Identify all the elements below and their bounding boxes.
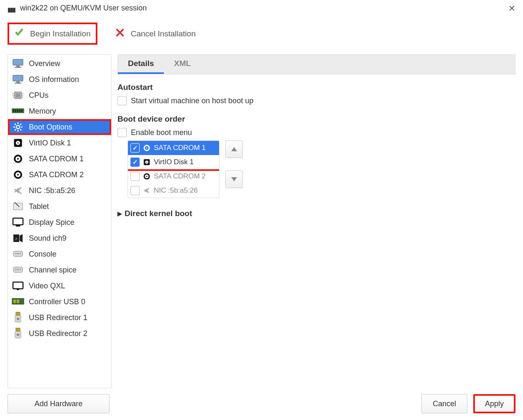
autostart-checkbox[interactable] <box>117 96 127 105</box>
sidebar-item-cpus[interactable]: CPUs <box>8 87 111 103</box>
enable-boot-menu-checkbox[interactable] <box>117 128 127 137</box>
svg-rect-19 <box>21 109 23 112</box>
begin-installation-label: Begin Installation <box>30 29 91 38</box>
check-icon <box>14 28 24 40</box>
boot-device-label: NIC :5b:a5:26 <box>154 186 198 195</box>
ram-icon <box>11 105 25 117</box>
nic-icon <box>143 186 151 195</box>
enable-boot-menu-row[interactable]: Enable boot menu <box>117 128 515 137</box>
svg-line-27 <box>15 129 16 130</box>
svg-rect-51 <box>17 289 19 290</box>
apply-button[interactable]: Apply <box>473 394 515 413</box>
sidebar-item-overview[interactable]: Overview <box>8 56 111 71</box>
boot-device-checkbox[interactable] <box>130 186 140 195</box>
sidebar-item-virtio-disk-1[interactable]: VirtIO Disk 1 <box>8 135 111 151</box>
sidebar-item-usb-redirector-2[interactable]: USB Redirector 2 <box>8 326 111 341</box>
enable-boot-menu-label: Enable boot menu <box>131 128 192 137</box>
boot-device-list[interactable]: SATA CDROM 1VirtIO Disk 1SATA CDROM 2NIC… <box>128 140 219 198</box>
boot-device-label: VirtIO Disk 1 <box>154 158 194 166</box>
boot-order-title: Boot device order <box>117 115 515 124</box>
sidebar-item-memory[interactable]: Memory <box>8 103 111 119</box>
svg-line-26 <box>20 129 21 130</box>
svg-rect-15 <box>13 109 14 112</box>
direct-kernel-boot-expander[interactable]: ▶ Direct kernel boot <box>117 209 515 218</box>
autostart-row[interactable]: Start virtual machine on host boot up <box>117 96 515 105</box>
sidebar-item-os-information[interactable]: OS information <box>8 71 111 87</box>
svg-line-25 <box>15 124 16 125</box>
cd-icon <box>143 144 151 152</box>
boot-device-row[interactable]: NIC :5b:a5:26 <box>128 183 219 198</box>
move-up-button[interactable] <box>225 140 243 158</box>
svg-point-64 <box>146 148 148 149</box>
video-icon <box>11 280 25 292</box>
tab-details[interactable]: Details <box>118 55 164 74</box>
sidebar-item-sound-ich9[interactable]: ♪Sound ich9 <box>8 230 111 246</box>
sidebar-item-nic-5b-a5-26[interactable]: NIC :5b:a5:26 <box>8 183 111 199</box>
cpu-icon <box>11 89 25 101</box>
usbctl-icon <box>11 296 25 308</box>
window-close-button[interactable]: ✕ <box>505 2 519 15</box>
add-hardware-button[interactable]: Add Hardware <box>8 394 110 413</box>
svg-point-49 <box>20 269 20 270</box>
sidebar-item-video-qxl[interactable]: Video QXL <box>8 278 111 294</box>
svg-point-45 <box>18 253 18 254</box>
boot-device-checkbox[interactable] <box>130 158 140 167</box>
svg-point-20 <box>16 125 20 129</box>
usb-icon <box>11 328 25 339</box>
cancel-installation-button[interactable]: Cancel Installation <box>110 24 201 43</box>
sidebar-item-label: Display Spice <box>29 218 74 227</box>
nic-icon <box>11 185 25 196</box>
svg-rect-53 <box>13 300 16 303</box>
sidebar-item-console[interactable]: Console <box>8 246 111 262</box>
sidebar-item-sata-cdrom-1[interactable]: SATA CDROM 1 <box>8 151 111 167</box>
boot-device-row[interactable]: SATA CDROM 1 <box>128 141 219 155</box>
svg-rect-17 <box>17 109 18 112</box>
sidebar-item-controller-usb-0[interactable]: Controller USB 0 <box>8 294 111 310</box>
boot-device-row[interactable]: SATA CDROM 2 <box>128 169 219 183</box>
blockdisk-icon <box>143 158 151 166</box>
boot-device-row[interactable]: VirtIO Disk 1 <box>128 155 219 169</box>
svg-rect-40 <box>13 218 23 225</box>
boot-device-label: SATA CDROM 1 <box>154 144 206 152</box>
sidebar-item-label: Console <box>29 250 56 259</box>
sidebar-item-label: Tablet <box>29 202 49 211</box>
sidebar-item-label: Overview <box>29 59 60 68</box>
sidebar-item-usb-redirector-1[interactable]: USB Redirector 1 <box>8 310 111 326</box>
sidebar-item-label: Boot Options <box>29 123 72 132</box>
sidebar-item-display-spice[interactable]: Display Spice <box>8 214 111 230</box>
begin-installation-button[interactable]: Begin Installation <box>8 23 97 45</box>
window-title: win2k22 on QEMU/KVM User session <box>20 4 505 13</box>
tab-xml[interactable]: XML <box>164 55 201 74</box>
main-panel: Details XML Autostart Start virtual mach… <box>117 54 515 388</box>
svg-point-70 <box>146 176 148 177</box>
sidebar-item-label: SATA CDROM 1 <box>29 155 84 163</box>
sidebar-item-label: Sound ich9 <box>29 234 66 243</box>
boot-device-label: SATA CDROM 2 <box>154 172 206 181</box>
sidebar-item-label: NIC :5b:a5:26 <box>29 186 75 195</box>
sidebar-item-label: Video QXL <box>29 282 65 290</box>
sidebar-item-boot-options[interactable]: Boot Options <box>8 119 111 135</box>
svg-point-46 <box>20 253 20 254</box>
sidebar-item-channel-spice[interactable]: Channel spice <box>8 262 111 278</box>
sidebar-item-label: CPUs <box>29 91 48 100</box>
boot-device-checkbox[interactable] <box>130 172 140 181</box>
cancel-installation-label: Cancel Installation <box>131 29 196 38</box>
cancel-icon <box>115 28 125 40</box>
cancel-button[interactable]: Cancel <box>421 394 467 413</box>
autostart-label: Start virtual machine on host boot up <box>131 97 253 105</box>
monitor-icon <box>11 58 25 69</box>
svg-rect-1 <box>16 66 20 67</box>
sidebar-item-sata-cdrom-2[interactable]: SATA CDROM 2 <box>8 167 111 183</box>
sidebar-item-tablet[interactable]: Tablet <box>8 199 111 214</box>
tabs: Details XML <box>117 54 515 74</box>
svg-rect-3 <box>13 75 23 81</box>
sidebar-item-label: VirtIO Disk 1 <box>29 139 71 148</box>
sidebar-item-label: USB Redirector 2 <box>29 329 87 338</box>
details-content: Autostart Start virtual machine on host … <box>117 74 515 388</box>
sidebar-item-label: SATA CDROM 2 <box>29 171 84 179</box>
move-down-button[interactable] <box>225 171 243 188</box>
svg-point-58 <box>17 318 19 320</box>
boot-device-checkbox[interactable] <box>130 143 140 153</box>
svg-rect-5 <box>15 83 21 84</box>
serial-icon <box>11 248 25 260</box>
